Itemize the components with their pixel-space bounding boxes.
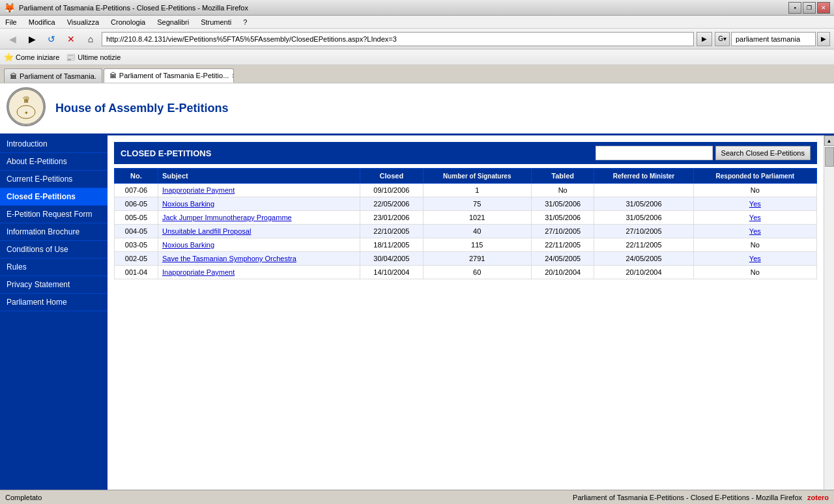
- address-go-btn[interactable]: ▶: [697, 32, 712, 46]
- back-btn[interactable]: ◀: [4, 31, 21, 47]
- window-controls: ▪ ❐ ✕: [788, 2, 830, 14]
- sidebar: Introduction About E-Petitions Current E…: [0, 135, 108, 504]
- menu-bar: File Modifica Visualizza Cronologia Segn…: [0, 16, 834, 29]
- sidebar-item-brochure[interactable]: Information Brochure: [0, 223, 108, 241]
- stop-btn[interactable]: ✕: [63, 31, 79, 47]
- minimize-btn[interactable]: ▪: [788, 2, 801, 14]
- close-btn[interactable]: ✕: [817, 2, 830, 14]
- status-title: Parliament of Tasmania E-Petitions - Clo…: [573, 494, 802, 501]
- sidebar-item-privacy[interactable]: Privacy Statement: [0, 276, 108, 294]
- sidebar-item-rules[interactable]: Rules: [0, 259, 108, 276]
- cell-tabled: 24/05/2005: [531, 252, 594, 266]
- cell-no: 003-05: [115, 238, 158, 252]
- menu-file[interactable]: File: [3, 18, 20, 27]
- menu-segnalibri[interactable]: Segnalibri: [154, 18, 192, 27]
- cell-no: 005-05: [115, 211, 158, 225]
- cell-subject: Noxious Barking: [158, 197, 360, 211]
- table-row: 005-05 Jack Jumper Immunotherapy Progamm…: [115, 211, 817, 225]
- cell-responded[interactable]: Yes: [693, 211, 816, 225]
- scroll-thumb[interactable]: [825, 147, 834, 167]
- cell-responded[interactable]: Yes: [693, 252, 816, 266]
- responded-link[interactable]: Yes: [749, 200, 761, 208]
- petition-link[interactable]: Save the Tasmanian Symphony Orchestra: [162, 255, 296, 262]
- bookmark-come-iniziare[interactable]: ⭐ Come iniziare: [4, 53, 59, 62]
- col-no: No.: [115, 169, 158, 184]
- cell-responded[interactable]: Yes: [693, 197, 816, 211]
- petition-link[interactable]: Jack Jumper Immunotherapy Progamme: [162, 214, 292, 221]
- cell-no: 004-05: [115, 225, 158, 238]
- cell-signatures: 2791: [423, 252, 531, 266]
- petition-link[interactable]: Inappropriate Payment: [162, 186, 235, 194]
- section-title: CLOSED E-PETITIONS: [121, 148, 211, 158]
- cell-responded: No: [693, 238, 816, 252]
- table-row: 003-05 Noxious Barking 18/11/2005 115 22…: [115, 238, 817, 252]
- search-input[interactable]: [731, 32, 816, 46]
- menu-help[interactable]: ?: [240, 18, 250, 27]
- home-btn[interactable]: ⌂: [82, 31, 99, 47]
- responded-link[interactable]: Yes: [749, 227, 761, 235]
- scroll-up-btn[interactable]: ▲: [824, 135, 835, 146]
- cell-responded[interactable]: Yes: [693, 225, 816, 238]
- responded-link[interactable]: Yes: [749, 255, 761, 262]
- cell-signatures: 60: [423, 266, 531, 279]
- menu-strumenti[interactable]: Strumenti: [198, 18, 234, 27]
- refresh-btn[interactable]: ↺: [43, 31, 60, 47]
- sidebar-item-parliament-home[interactable]: Parliament Home: [0, 294, 108, 311]
- sidebar-item-introduction[interactable]: Introduction: [0, 135, 108, 153]
- table-row: 002-05 Save the Tasmanian Symphony Orche…: [115, 252, 817, 266]
- sidebar-item-conditions[interactable]: Conditions of Use: [0, 241, 108, 259]
- sidebar-item-closed[interactable]: Closed E-Petitions: [0, 188, 108, 206]
- cell-responded: No: [693, 266, 816, 279]
- cell-closed: 23/01/2006: [360, 211, 423, 225]
- tab-epetitions[interactable]: 🏛 Parliament of Tasmania E-Petitio... ✕: [104, 68, 234, 83]
- cell-no: 002-05: [115, 252, 158, 266]
- cell-subject: Save the Tasmanian Symphony Orchestra: [158, 252, 360, 266]
- search-go-btn[interactable]: ▶: [817, 32, 830, 46]
- table-row: 001-04 Inappropriate Payment 14/10/2004 …: [115, 266, 817, 279]
- cell-no: 006-05: [115, 197, 158, 211]
- cell-signatures: 115: [423, 238, 531, 252]
- search-closed-area: Search Closed E-Petitions: [596, 146, 811, 160]
- cell-closed: 22/10/2005: [360, 225, 423, 238]
- address-input[interactable]: [102, 32, 694, 46]
- cell-subject: Jack Jumper Immunotherapy Progamme: [158, 211, 360, 225]
- cell-closed: 09/10/2006: [360, 184, 423, 197]
- petition-link[interactable]: Noxious Barking: [162, 200, 214, 208]
- forward-btn[interactable]: ▶: [23, 31, 40, 47]
- petition-link[interactable]: Noxious Barking: [162, 241, 214, 249]
- tab-close-btn[interactable]: ✕: [231, 72, 233, 79]
- col-signatures: Number of Signatures: [423, 169, 531, 184]
- browser-title: Parliament of Tasmania E-Petitions - Clo…: [19, 4, 784, 12]
- search-closed-input[interactable]: [596, 146, 713, 160]
- restore-btn[interactable]: ❐: [803, 2, 816, 14]
- cell-closed: 30/04/2005: [360, 252, 423, 266]
- sidebar-item-request[interactable]: E-Petition Request Form: [0, 206, 108, 223]
- petition-link[interactable]: Unsuitable Landfill Proposal: [162, 227, 251, 235]
- cell-referred: 22/11/2005: [594, 238, 693, 252]
- menu-cronologia[interactable]: Cronologia: [108, 18, 148, 27]
- tab-favicon-2: 🏛: [109, 72, 117, 79]
- search-engine-btn[interactable]: G▾: [715, 32, 730, 46]
- bookmark-ultime-notizie[interactable]: 📰 Ultime notizie: [66, 53, 121, 62]
- nav-toolbar: ◀ ▶ ↺ ✕ ⌂ ▶ G▾ ▶: [0, 29, 834, 49]
- menu-modifica[interactable]: Modifica: [26, 18, 58, 27]
- search-closed-btn[interactable]: Search Closed E-Petitions: [715, 146, 811, 160]
- menu-visualizza[interactable]: Visualizza: [65, 18, 102, 27]
- sidebar-item-current[interactable]: Current E-Petitions: [0, 171, 108, 188]
- sidebar-item-about[interactable]: About E-Petitions: [0, 153, 108, 171]
- logo-area: ♛ ✦: [7, 87, 46, 130]
- cell-tabled: 31/05/2006: [531, 197, 594, 211]
- tab-parliament-home[interactable]: 🏛 Parliament of Tasmania.: [4, 68, 102, 83]
- responded-link[interactable]: Yes: [749, 214, 761, 221]
- cell-closed: 18/11/2005: [360, 238, 423, 252]
- browser-title-bar: 🦊 Parliament of Tasmania E-Petitions - C…: [0, 0, 834, 16]
- status-text: Completato: [5, 494, 42, 501]
- cell-no: 007-06: [115, 184, 158, 197]
- search-container: G▾ ▶: [715, 32, 830, 46]
- petition-link[interactable]: Inappropriate Payment: [162, 268, 235, 276]
- svg-text:♛: ♛: [22, 94, 31, 105]
- cell-referred: 27/10/2005: [594, 225, 693, 238]
- col-referred: Referred to Minister: [594, 169, 693, 184]
- cell-tabled: 22/11/2005: [531, 238, 594, 252]
- cell-referred: 24/05/2005: [594, 252, 693, 266]
